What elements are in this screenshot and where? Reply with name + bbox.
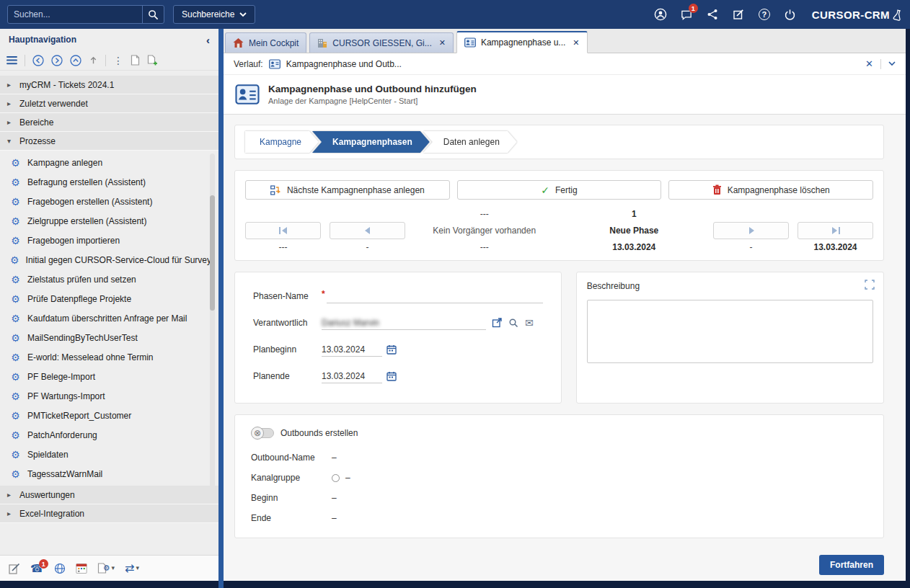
history-item[interactable]: Kampagnenphase und Outb... (286, 59, 402, 69)
sidebar-section-zuletzt[interactable]: ▸ Zuletzt verwendet (0, 94, 218, 113)
delete-phase-button[interactable]: Kampagnenphase löschen (668, 180, 873, 200)
chevron-down-icon[interactable] (888, 61, 896, 66)
process-item[interactable]: ⚙Kaufdatum überschritten Anfrage per Mai… (0, 308, 218, 328)
radio-icon[interactable] (332, 474, 340, 482)
expand-icon[interactable] (865, 280, 875, 292)
process-item[interactable]: ⚙PatchAnforderung (0, 425, 218, 445)
phasen-name-input[interactable] (327, 289, 543, 303)
close-history-icon[interactable]: ✕ (865, 58, 873, 69)
process-item[interactable]: ⚙E-world: Messelead ohne Termin (0, 347, 218, 367)
nav-forward-icon[interactable] (51, 55, 63, 66)
prev-phase-bottom: --- (414, 242, 555, 252)
calendar-picker-icon[interactable] (386, 371, 397, 381)
tab-cursor-giessen[interactable]: CURSOR GIESSEN, Gi... ✕ (309, 32, 454, 53)
logout-icon[interactable] (783, 7, 798, 22)
mail-icon[interactable]: ✉ (525, 318, 534, 328)
process-item[interactable]: ⚙Spieldaten (0, 445, 218, 464)
sidebar-scrollbar[interactable] (210, 153, 215, 499)
tab-kampagnenphase[interactable]: Kampagnenphase u... ✕ (456, 31, 588, 53)
dots-icon[interactable]: ⋮ (113, 55, 123, 66)
search-areas-button[interactable]: Suchbereiche (173, 5, 255, 24)
next-phase-button[interactable]: Nächste Kampagnenphase anlegen (245, 180, 450, 200)
gear-icon: ⚙ (10, 313, 21, 324)
brand: CURSOR-CRM (812, 9, 903, 21)
sidebar-section-bereiche[interactable]: ▸ Bereiche (0, 113, 218, 132)
search-icon[interactable] (142, 6, 164, 23)
search-input[interactable] (8, 6, 142, 23)
lookup-search-icon[interactable] (508, 318, 518, 328)
sync-icon[interactable]: ⇄ ▾ (125, 563, 139, 574)
process-list: ⚙Kampagne anlegen ⚙Befragung erstellen (… (0, 151, 218, 486)
open-record-icon[interactable] (492, 318, 502, 328)
process-item[interactable]: ⚙Zielgruppe erstellen (Assistent) (0, 211, 218, 231)
trash-icon (712, 184, 722, 195)
history-label: Verlauf: (234, 59, 263, 69)
compose-icon[interactable] (731, 7, 746, 22)
nav-back-icon[interactable] (32, 55, 44, 66)
menu-icon[interactable] (6, 55, 17, 65)
gear-icon: ⚙ (10, 333, 21, 343)
calendar-picker-icon[interactable] (386, 344, 397, 355)
process-item[interactable]: ⚙TagessatzWarnMail (0, 464, 218, 484)
document-add-icon[interactable] (147, 55, 158, 66)
next-phase-nav-button[interactable] (713, 222, 789, 239)
arrow-up-icon[interactable] (89, 55, 98, 65)
tab-close-icon[interactable]: ✕ (439, 38, 446, 48)
chevron-right-icon: ▸ (7, 491, 14, 499)
record-card-icon (464, 37, 476, 48)
document-settings-icon[interactable]: ⚙ ▾ (97, 563, 115, 574)
share-icon[interactable] (705, 7, 720, 22)
wizard-panel: Kampagne Kampagnenphasen Daten anlegen (234, 125, 884, 159)
previous-phase-button[interactable] (330, 222, 405, 239)
planende-value[interactable]: 13.03.2024 (322, 369, 382, 383)
edit-icon[interactable] (9, 563, 20, 574)
collapse-sidebar-icon[interactable]: ‹ (206, 35, 210, 45)
process-item[interactable]: ⚙Fragebogen importieren (0, 231, 218, 250)
field-value: – (332, 513, 337, 523)
calendar-icon[interactable] (76, 563, 87, 574)
tab-label: CURSOR GIESSEN, Gi... (332, 38, 431, 48)
wizard-step-kampagne[interactable]: Kampagne (245, 131, 319, 153)
history-actions: ✕ (865, 58, 896, 69)
notifications-icon[interactable]: 1 (679, 7, 694, 22)
tab-close-icon[interactable]: ✕ (573, 38, 579, 48)
wizard-step-kampagnenphasen[interactable]: Kampagnenphasen (312, 131, 430, 153)
sidebar-section-excel[interactable]: ▸ Excel-Integration (0, 504, 218, 523)
sidebar-section-mycrm[interactable]: ▸ myCRM - Tickets 2024.1 (0, 76, 218, 94)
planbeginn-value[interactable]: 13.03.2024 (322, 342, 382, 357)
phone-icon[interactable]: ☎ 1 (30, 563, 44, 574)
phase-form-panel: Phasen-Name * Verantwortlich Dariusz Mar… (234, 272, 562, 404)
nav-up-circle-icon[interactable] (70, 55, 81, 66)
scrollbar-thumb[interactable] (210, 195, 215, 311)
process-item[interactable]: ⚙PF Wartungs-Import (0, 386, 218, 406)
user-icon[interactable] (653, 7, 668, 22)
process-item[interactable]: ⚙Fragebogen erstellen (Assistent) (0, 192, 218, 211)
document-icon[interactable] (131, 55, 140, 66)
verantwortlich-value[interactable]: Dariusz Marvin (322, 318, 379, 328)
outbound-toggle-row: ⊗ Outbounds erstellen (251, 428, 867, 438)
outbounds-toggle[interactable]: ⊗ (252, 428, 274, 438)
last-phase-button[interactable] (798, 222, 873, 239)
process-item[interactable]: ⚙Kampagne anlegen (0, 153, 218, 172)
help-icon[interactable]: ? (757, 7, 772, 22)
process-item[interactable]: ⚙Prüfe Datenpflege Projekte (0, 289, 218, 308)
first-phase-button[interactable] (245, 222, 321, 239)
tab-mein-cockpit[interactable]: Mein Cockpit (225, 32, 306, 53)
process-item[interactable]: ⚙Befragung erstellen (Assistent) (0, 172, 218, 192)
globe-icon[interactable] (54, 563, 66, 574)
continue-button[interactable]: Fortfahren (819, 555, 884, 575)
finish-button[interactable]: ✓ Fertig (457, 180, 662, 200)
process-item[interactable]: ⚙Zielstatus prüfen und setzen (0, 270, 218, 289)
process-label: E-world: Messelead ohne Termin (27, 352, 154, 362)
global-search[interactable] (7, 5, 164, 24)
process-item[interactable]: ⚙Initial gegen CURSOR-Service-Cloud für … (0, 250, 218, 270)
process-item[interactable]: ⚙MailSendingByTechUserTest (0, 328, 218, 347)
sidebar-section-auswertungen[interactable]: ▸ Auswertungen (0, 486, 218, 504)
sidebar-section-prozesse[interactable]: ▾ Prozesse (0, 132, 218, 151)
field-label: Planbeginn (253, 344, 322, 355)
description-textarea[interactable] (587, 300, 873, 363)
process-item[interactable]: ⚙PF Belege-Import (0, 367, 218, 386)
process-item[interactable]: ⚙PMTicketReport_Customer (0, 406, 218, 425)
building-icon (317, 38, 327, 48)
wizard-step-daten-anlegen[interactable]: Daten anlegen (423, 131, 517, 153)
